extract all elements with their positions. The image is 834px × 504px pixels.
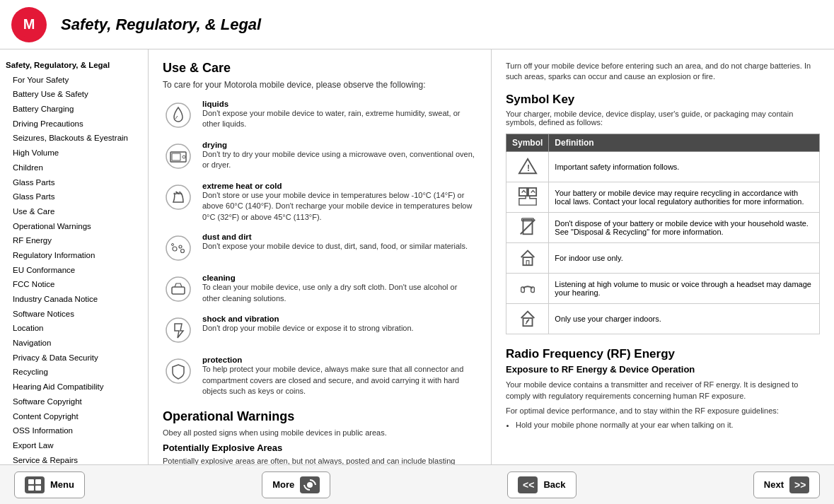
care-items: liquids Don't expose your mobile device …	[163, 100, 477, 397]
sidebar-item[interactable]: EU Conformance	[6, 263, 142, 278]
svg-point-14	[166, 277, 190, 301]
care-text: dust and dirt Don't expose your mobile d…	[202, 233, 468, 252]
care-item-desc: To clean your mobile device, use only a …	[202, 282, 477, 304]
sidebar: Safety, Regulatory, & LegalFor Your Safe…	[0, 49, 149, 464]
right-intro: Turn off your mobile device before enter…	[506, 61, 820, 83]
sidebar-item[interactable]: Driving Precautions	[6, 117, 142, 131]
sidebar-item[interactable]: Use & Care	[6, 204, 142, 219]
sidebar-item[interactable]: Software Notices	[6, 307, 142, 322]
care-item-desc: Don't expose your mobile device to water…	[202, 108, 477, 130]
care-item: dust and dirt Don't expose your mobile d…	[163, 233, 477, 264]
sidebar-item[interactable]: Navigation	[6, 336, 142, 351]
svg-rect-15	[172, 287, 185, 294]
sidebar-item[interactable]: Recycling	[6, 365, 142, 380]
svg-text:>>: >>	[794, 479, 806, 491]
care-item: shock and vibration Don't drop your mobi…	[163, 315, 477, 346]
svg-rect-34	[28, 486, 34, 491]
svg-point-7	[183, 156, 185, 158]
symbol-icon-cell	[506, 182, 549, 212]
sidebar-item[interactable]: Glass Parts	[6, 189, 142, 204]
potentially-explosive-title: Potentially Explosive Areas	[163, 443, 477, 453]
care-icon-drying	[163, 141, 194, 172]
care-item-name: dust and dirt	[202, 233, 468, 241]
care-item: liquids Don't expose your mobile device …	[163, 100, 477, 131]
care-icon-cleaning	[163, 274, 194, 305]
menu-label: Menu	[50, 479, 74, 490]
sidebar-item[interactable]: Children	[6, 160, 142, 175]
care-icon-extreme-heat-or-cold	[163, 182, 194, 213]
sidebar-item[interactable]: Industry Canada Notice	[6, 292, 142, 307]
sidebar-item[interactable]: Export Law	[6, 438, 142, 453]
sidebar-item[interactable]: Battery Charging	[6, 102, 142, 117]
symbol-definition-cell: Listening at high volume to music or voi…	[549, 273, 820, 303]
next-button[interactable]: Next >>	[753, 471, 820, 498]
care-item-desc: Don't drop your mobile device or expose …	[202, 323, 414, 334]
rf-energy-subtitle: Exposure to RF Energy & Device Operation	[506, 364, 820, 375]
sidebar-item[interactable]: Seizures, Blackouts & Eyestrain	[6, 131, 142, 146]
use-care-subtitle: To care for your Motorola mobile device,…	[163, 80, 477, 90]
care-icon-protection	[163, 356, 194, 387]
sidebar-item[interactable]: High Volume	[6, 146, 142, 160]
symbol-icon-cell: !	[506, 151, 549, 182]
svg-point-9	[166, 236, 190, 260]
symbol-definition-cell: Your battery or mobile device may requir…	[549, 182, 820, 212]
sidebar-item[interactable]: Safety, Regulatory, & Legal	[6, 58, 142, 73]
symbol-icon-cell	[506, 303, 549, 334]
svg-point-11	[179, 245, 182, 248]
symbol-definition-cell: Don't dispose of your battery or mobile …	[549, 212, 820, 242]
more-button[interactable]: More	[262, 471, 330, 498]
care-item-desc: To help protect your mobile device, alwa…	[202, 364, 477, 397]
care-icon-liquids	[163, 100, 194, 131]
svg-point-13	[172, 244, 174, 246]
menu-button[interactable]: Menu	[14, 471, 85, 498]
main-layout: Safety, Regulatory, & LegalFor Your Safe…	[0, 49, 834, 464]
sidebar-item[interactable]: For Your Safety	[6, 73, 142, 88]
sidebar-item[interactable]: Location	[6, 321, 142, 336]
sidebar-item[interactable]: Operational Warnings	[6, 219, 142, 234]
care-item-desc: Don't store or use your mobile device in…	[202, 190, 477, 223]
rf-bullets: Hold your mobile phone normally at your …	[506, 419, 820, 431]
symbol-table-row: Only use your charger indoors.	[506, 303, 820, 334]
op-warnings-subtitle: Obey all posted signs when using mobile …	[163, 428, 477, 437]
sidebar-item[interactable]: Software Copyright	[6, 394, 142, 409]
sidebar-item[interactable]: OSS Information	[6, 423, 142, 438]
sidebar-item[interactable]: FCC Notice	[6, 277, 142, 292]
care-item-name: protection	[202, 356, 477, 364]
svg-text:M: M	[23, 16, 35, 32]
sidebar-item[interactable]: Content Copyright	[6, 409, 142, 424]
content-left: Use & Care To care for your Motorola mob…	[149, 49, 492, 464]
op-warnings-title: Operational Warnings	[163, 409, 477, 424]
use-care-title: Use & Care	[163, 61, 477, 76]
back-button[interactable]: << Back	[507, 471, 576, 498]
bottom-nav: Menu More << Back Next >>	[0, 464, 834, 504]
care-item-name: liquids	[202, 100, 477, 108]
content-right: Turn off your mobile device before enter…	[492, 49, 834, 464]
sidebar-item[interactable]: Privacy & Data Security	[6, 351, 142, 365]
sidebar-item[interactable]: Battery Use & Safety	[6, 87, 142, 102]
symbol-table-row: ! Important safety information follows.	[506, 151, 820, 182]
rf-body2: For optimal device performance, and to s…	[506, 405, 820, 417]
svg-line-3	[175, 116, 178, 119]
next-icon: >>	[789, 476, 809, 493]
sidebar-item[interactable]: Regulatory Information	[6, 248, 142, 263]
next-label: Next	[764, 479, 784, 490]
symbol-definition-cell: Only use your charger indoors.	[549, 303, 820, 334]
sidebar-item[interactable]: RF Energy	[6, 233, 142, 248]
symbol-icon-cell	[506, 242, 549, 273]
svg-rect-32	[28, 479, 34, 484]
svg-rect-25	[523, 257, 532, 265]
care-item-name: cleaning	[202, 274, 477, 282]
sidebar-item[interactable]: Glass Parts	[6, 175, 142, 190]
sidebar-item[interactable]: Hearing Aid Compatibility	[6, 380, 142, 394]
svg-point-8	[166, 185, 190, 209]
svg-text:!: !	[527, 163, 530, 173]
care-text: drying Don't try to dry your mobile devi…	[202, 141, 477, 171]
care-item: protection To help protect your mobile d…	[163, 356, 477, 397]
svg-point-12	[181, 250, 185, 253]
care-item-desc: Don't try to dry your mobile device usin…	[202, 149, 477, 171]
page-title: Safety, Regulatory, & Legal	[61, 16, 261, 34]
sidebar-item[interactable]: Service & Repairs	[6, 453, 142, 464]
rf-energy-title: Radio Frequency (RF) Energy	[506, 347, 820, 361]
motorola-logo: M	[11, 7, 47, 42]
symbol-table-row: Don't dispose of your battery or mobile …	[506, 212, 820, 242]
